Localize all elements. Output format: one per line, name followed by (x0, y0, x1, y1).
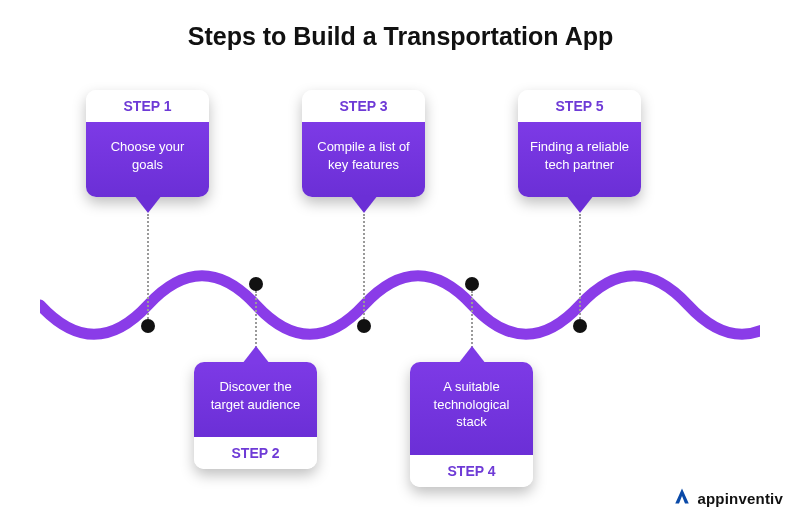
page-title: Steps to Build a Transportation App (0, 22, 801, 51)
step-3-label: STEP 3 (302, 90, 425, 122)
step-3-pointer-icon (350, 195, 378, 213)
step-1-label: STEP 1 (86, 90, 209, 122)
step-card-5: STEP 5 Finding a reliable tech partner (518, 90, 641, 197)
step-2-pointer-icon (242, 346, 270, 364)
connector-1 (147, 214, 149, 322)
node-step-1 (141, 319, 155, 333)
step-card-1: STEP 1 Choose your goals (86, 90, 209, 197)
node-step-2 (249, 277, 263, 291)
step-5-pointer-icon (566, 195, 594, 213)
brand-name: appinventiv (697, 490, 783, 507)
connector-3 (363, 214, 365, 322)
step-3-desc: Compile a list of key features (302, 122, 425, 197)
step-1-pointer-icon (134, 195, 162, 213)
step-1-desc: Choose your goals (86, 122, 209, 197)
brand-logo-icon (673, 487, 691, 509)
connector-5 (579, 214, 581, 322)
step-4-pointer-icon (458, 346, 486, 364)
step-2-desc: Discover the target audience (194, 362, 317, 437)
node-step-5 (573, 319, 587, 333)
step-5-label: STEP 5 (518, 90, 641, 122)
step-card-2: Discover the target audience STEP 2 (194, 362, 317, 469)
brand-mark: appinventiv (673, 487, 783, 509)
step-5-desc: Finding a reliable tech partner (518, 122, 641, 197)
step-card-4: A suitable technological stack STEP 4 (410, 362, 533, 487)
node-step-4 (465, 277, 479, 291)
diagram-stage: Steps to Build a Transportation App STEP… (0, 0, 801, 521)
node-step-3 (357, 319, 371, 333)
step-card-3: STEP 3 Compile a list of key features (302, 90, 425, 197)
step-4-label: STEP 4 (410, 455, 533, 487)
step-2-label: STEP 2 (194, 437, 317, 469)
step-4-desc: A suitable technological stack (410, 362, 533, 455)
